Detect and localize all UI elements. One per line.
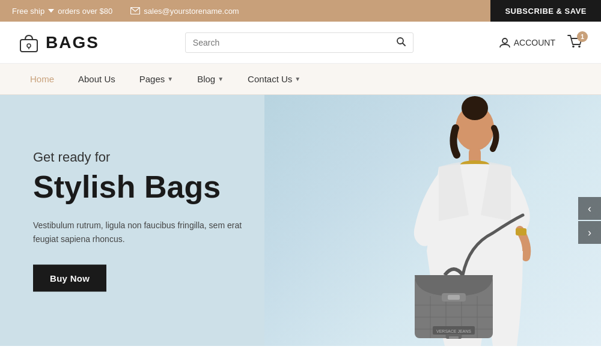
nav-item-pages: Pages ▼ — [127, 65, 185, 93]
account-button[interactable]: ACCOUNT — [499, 37, 555, 48]
nav-item-blog: Blog ▼ — [185, 65, 236, 93]
nav-item-home: Home — [18, 65, 66, 93]
contact-chevron-icon: ▼ — [294, 76, 300, 82]
logo-bag-icon — [18, 32, 40, 53]
svg-rect-1 — [20, 40, 37, 52]
cart-button[interactable]: 1 — [567, 35, 583, 50]
pages-chevron-icon: ▼ — [167, 76, 173, 82]
nav-link-home[interactable]: Home — [18, 65, 66, 93]
nav-link-blog[interactable]: Blog ▼ — [185, 65, 236, 93]
nav-link-pages[interactable]: Pages ▼ — [127, 65, 185, 93]
svg-line-5 — [403, 43, 405, 46]
svg-rect-22 — [448, 295, 460, 300]
nav-item-about: About Us — [66, 65, 127, 93]
email-info: sales@yourstorename.com — [130, 7, 239, 16]
header: BAGS ACCOUNT 1 — [0, 22, 601, 64]
header-right: ACCOUNT 1 — [499, 35, 583, 50]
nav-link-contact[interactable]: Contact Us ▼ — [236, 65, 313, 93]
email-icon — [130, 7, 140, 14]
hero-content: Get ready for Stylish Bags Vestibulum ru… — [33, 150, 261, 292]
svg-rect-26 — [449, 336, 459, 339]
logo-text: BAGS — [46, 33, 99, 52]
search-bar[interactable] — [185, 32, 413, 53]
nav-list: Home About Us Pages ▼ Blog ▼ Contact Us … — [18, 65, 313, 93]
svg-text:VERSACE JEANS: VERSACE JEANS — [436, 329, 471, 333]
logo[interactable]: BAGS — [18, 32, 99, 53]
hero-next-button[interactable]: › — [578, 221, 601, 244]
account-icon — [499, 37, 510, 48]
cart-badge: 1 — [577, 31, 588, 42]
blog-chevron-icon: ▼ — [218, 76, 224, 82]
navigation: Home About Us Pages ▼ Blog ▼ Contact Us … — [0, 64, 601, 95]
account-label: ACCOUNT — [514, 38, 555, 47]
shipping-suffix: orders over $80 — [58, 7, 112, 16]
svg-point-7 — [572, 45, 575, 47]
email-address: sales@yourstorename.com — [144, 7, 239, 16]
top-bar-left: Free ship orders over $80 sales@yourstor… — [12, 7, 239, 16]
svg-point-8 — [578, 45, 581, 47]
svg-rect-27 — [516, 228, 526, 235]
hero-title: Stylish Bags — [33, 170, 261, 204]
search-input[interactable] — [193, 38, 396, 47]
hero-subtitle: Get ready for — [33, 150, 261, 165]
svg-point-6 — [502, 38, 507, 43]
svg-point-10 — [462, 96, 488, 120]
hero-illustration: VERSACE JEANS — [264, 95, 601, 346]
shipping-info: Free ship orders over $80 — [12, 7, 112, 16]
nav-link-about[interactable]: About Us — [66, 65, 127, 93]
search-icon[interactable] — [396, 37, 406, 49]
hero-navigation-arrows: ‹ › — [578, 197, 601, 244]
shipping-dropdown-icon[interactable] — [48, 9, 54, 13]
buy-now-button[interactable]: Buy Now — [33, 264, 106, 291]
hero-section: Get ready for Stylish Bags Vestibulum ru… — [0, 95, 601, 346]
top-bar: Free ship orders over $80 sales@yourstor… — [0, 0, 601, 22]
hero-description: Vestibulum rutrum, ligula non faucibus f… — [33, 219, 261, 246]
shipping-text: Free ship — [12, 7, 44, 16]
hero-prev-button[interactable]: ‹ — [578, 197, 601, 220]
subscribe-save-button[interactable]: SUBSCRIBE & SAVE — [490, 0, 601, 22]
nav-item-contact: Contact Us ▼ — [236, 65, 313, 93]
svg-point-2 — [27, 44, 31, 47]
hero-image: VERSACE JEANS — [264, 95, 601, 346]
